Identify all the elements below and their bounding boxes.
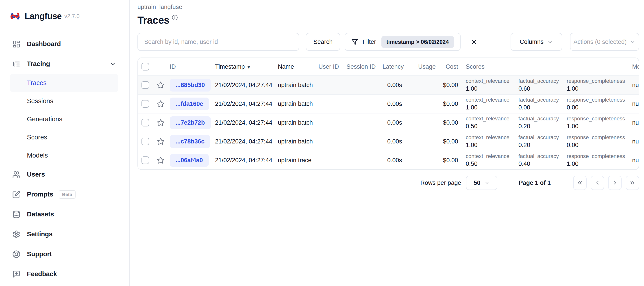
row-checkbox[interactable]	[142, 100, 149, 108]
trace-name: uptrain batch	[277, 119, 315, 126]
row-checkbox[interactable]	[142, 81, 149, 89]
dashboard-icon	[12, 40, 20, 48]
page-title: Traces	[138, 14, 170, 26]
star-icon[interactable]	[157, 100, 164, 108]
chevron-left-icon	[594, 180, 600, 186]
table-row[interactable]: ...c78b36c 21/02/2024, 04:27:44 uptrain …	[138, 132, 638, 150]
chevron-down-icon	[547, 39, 553, 45]
star-icon[interactable]	[157, 138, 164, 145]
last-page-button[interactable]	[626, 176, 639, 190]
beta-badge: Beta	[59, 190, 76, 199]
column-header-session-id[interactable]: Session ID	[343, 63, 382, 70]
table-row[interactable]: ...7e2b72b 21/02/2024, 04:27:44 uptrain …	[138, 113, 638, 132]
sidebar-item-feedback[interactable]: Feedback	[0, 264, 129, 284]
score-value: 0.60	[518, 85, 567, 92]
sidebar-item-dashboard[interactable]: Dashboard	[0, 34, 129, 54]
trace-cost: $0.00	[438, 119, 460, 126]
prev-page-button[interactable]	[591, 176, 604, 190]
score-label: context_relevance	[466, 134, 518, 141]
column-header-user-id[interactable]: User ID	[315, 63, 343, 70]
app-logo: Langfuse v2.7.0	[0, 9, 129, 23]
trace-name: uptrain batch	[277, 82, 315, 89]
star-icon[interactable]	[157, 156, 164, 164]
clear-filter-button[interactable]	[470, 37, 478, 46]
row-checkbox[interactable]	[142, 156, 149, 164]
chevron-right-icon	[612, 180, 618, 186]
sidebar-item-datasets[interactable]: Datasets	[0, 204, 129, 224]
sidebar-item-traces[interactable]: Traces	[10, 74, 118, 92]
trace-id-link[interactable]: ...fda160e	[170, 98, 209, 110]
rows-per-page-select[interactable]: 50	[466, 176, 497, 190]
score-label: context_relevance	[466, 78, 518, 84]
score-value: 0.00	[567, 104, 629, 111]
score-label: response_completeness	[567, 78, 629, 84]
table-row[interactable]: ...fda160e 21/02/2024, 04:27:44 uptrain …	[138, 94, 638, 113]
trace-id-link[interactable]: ...c78b36c	[170, 135, 210, 148]
sidebar-item-label: Sessions	[27, 97, 53, 105]
trace-id-link[interactable]: ...885bd30	[170, 79, 211, 92]
next-page-button[interactable]	[608, 176, 622, 190]
search-input[interactable]	[138, 33, 299, 51]
sidebar-item-label: Datasets	[27, 211, 54, 218]
column-header-metadata[interactable]: Metadata	[629, 63, 638, 70]
score-label: response_completeness	[567, 134, 629, 141]
sidebar-item-settings[interactable]: Settings	[0, 224, 129, 244]
column-header-cost[interactable]: Cost	[438, 63, 460, 70]
star-icon[interactable]	[157, 119, 164, 127]
trace-latency: 0.00s	[382, 119, 404, 126]
trace-metadata: null	[629, 101, 638, 107]
trace-id-link[interactable]: ...06af4a0	[170, 154, 209, 167]
sidebar-item-scores[interactable]: Scores	[0, 128, 129, 146]
column-header-name[interactable]: Name	[277, 63, 315, 70]
sidebar-item-prompts[interactable]: Prompts Beta	[0, 184, 129, 204]
sidebar-item-models[interactable]: Models	[0, 146, 129, 164]
columns-dropdown[interactable]: Columns	[510, 33, 562, 51]
actions-dropdown[interactable]: Actions (0 selected)	[570, 33, 639, 51]
sidebar-item-tracing[interactable]: Tracing	[0, 54, 129, 74]
column-header-timestamp[interactable]: Timestamp▼	[213, 63, 277, 70]
chevrons-right-icon	[629, 180, 636, 186]
langfuse-knot-icon	[10, 11, 20, 21]
sidebar-item-label: Tracing	[27, 60, 50, 68]
breadcrumb[interactable]: uptrain_langfuse	[138, 3, 639, 10]
trace-latency: 0.00s	[382, 157, 404, 164]
sidebar-item-label: Users	[27, 171, 45, 178]
sidebar-item-generations[interactable]: Generations	[0, 110, 129, 128]
column-header-scores[interactable]: Scores	[460, 63, 629, 70]
info-icon[interactable]	[172, 14, 178, 20]
filter-chip[interactable]: timestamp > 06/02/2024	[382, 36, 454, 48]
close-icon	[470, 38, 478, 45]
score-label: factual_accuracy	[518, 78, 567, 84]
page-info: Page 1 of 1	[519, 179, 551, 186]
select-all-checkbox[interactable]	[142, 63, 149, 70]
score-label: context_relevance	[466, 116, 518, 122]
table-row[interactable]: ...06af4a0 21/02/2024, 04:27:44 uptrain …	[138, 150, 638, 169]
trace-id-link[interactable]: ...7e2b72b	[170, 116, 211, 129]
sidebar-item-users[interactable]: Users	[0, 164, 129, 184]
score-value: 1.00	[567, 160, 629, 167]
search-button[interactable]: Search	[306, 33, 340, 51]
trace-latency: 0.00s	[382, 82, 404, 89]
life-buoy-icon	[12, 250, 20, 258]
sidebar-item-support[interactable]: Support	[0, 244, 129, 264]
column-header-latency[interactable]: Latency	[382, 63, 404, 70]
score-value: 0.50	[466, 123, 518, 130]
trace-cost: $0.00	[438, 101, 460, 107]
column-header-id[interactable]: ID	[166, 63, 213, 70]
trace-scores: context_relevance1.00 factual_accuracy0.…	[460, 78, 629, 92]
sort-desc-icon: ▼	[247, 65, 251, 70]
row-checkbox[interactable]	[142, 138, 149, 145]
score-label: context_relevance	[466, 97, 518, 103]
column-header-usage[interactable]: Usage	[404, 63, 438, 70]
sidebar-item-label: Traces	[27, 79, 47, 87]
sidebar-item-label: Scores	[27, 134, 47, 141]
trace-scores: context_relevance1.00 factual_accuracy0.…	[460, 134, 629, 148]
row-checkbox[interactable]	[142, 119, 149, 127]
trace-metadata: null	[629, 138, 638, 145]
filter-button[interactable]: Filter timestamp > 06/02/2024	[345, 33, 460, 51]
table-row[interactable]: ...885bd30 21/02/2024, 04:27:44 uptrain …	[138, 75, 638, 94]
star-icon[interactable]	[157, 81, 164, 89]
first-page-button[interactable]	[573, 176, 586, 190]
sidebar-item-sessions[interactable]: Sessions	[0, 92, 129, 110]
sidebar: Langfuse v2.7.0 Dashboard Tracing Traces…	[0, 0, 130, 286]
